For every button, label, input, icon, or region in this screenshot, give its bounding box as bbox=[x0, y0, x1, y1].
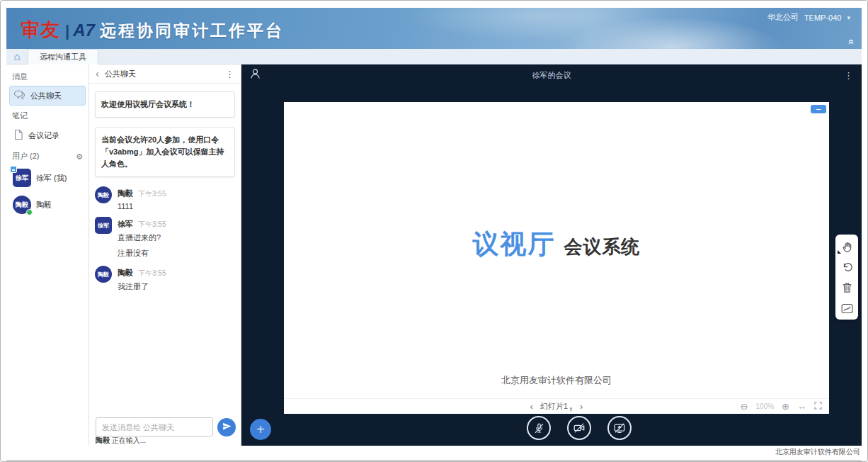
call-controls bbox=[527, 416, 632, 440]
avatar: 陶毅 bbox=[95, 266, 112, 283]
hand-tool-icon[interactable] bbox=[840, 240, 854, 254]
chat-more-icon[interactable]: ⋮ bbox=[225, 69, 234, 79]
chat-input-row bbox=[96, 417, 236, 436]
chevron-down-icon: ▾ bbox=[847, 14, 850, 21]
main-body: 消息 公共聊天 笔记 会议记录 bbox=[6, 64, 862, 446]
message-time: 下午3:55 bbox=[138, 190, 166, 198]
avatar: 徐军 bbox=[95, 217, 112, 234]
online-status-icon bbox=[26, 209, 33, 215]
message-time: 下午3:55 bbox=[138, 220, 166, 228]
slide-selector[interactable]: 幻灯片1▲▼ bbox=[540, 401, 573, 412]
messages-section-label: 消息 bbox=[6, 67, 88, 85]
message-author: 徐军 bbox=[118, 220, 133, 228]
avatar: 徐军 bbox=[13, 169, 31, 187]
footer-company: 北京用友审计软件有限公司 bbox=[775, 448, 860, 456]
avatar: 陶毅 bbox=[13, 196, 31, 214]
sidebar: 消息 公共聊天 笔记 会议记录 bbox=[6, 64, 89, 446]
zoom-level: 100% bbox=[756, 402, 775, 410]
message-author: 陶毅 bbox=[118, 269, 133, 277]
user-name: 陶毅 bbox=[36, 200, 52, 210]
message-text: 我注册了 bbox=[118, 281, 166, 292]
user-row-participant[interactable]: 陶毅 陶毅 bbox=[9, 194, 86, 215]
chat-message: 陶毅 陶毅下午3:55 我注册了 bbox=[95, 266, 235, 292]
sidebar-item-public-chat[interactable]: 公共聊天 bbox=[9, 86, 86, 106]
message-text: 注册没有 bbox=[118, 248, 235, 259]
typing-indicator: 陶毅 正在输入... bbox=[96, 436, 146, 446]
chat-header: ‹ 公共聊天 ⋮ bbox=[89, 64, 241, 84]
screen-share-off-button[interactable] bbox=[607, 416, 632, 440]
users-section-label: 用户 (2) ⚙ bbox=[6, 147, 88, 164]
zoom-in-icon[interactable]: ⊕ bbox=[782, 401, 789, 412]
microphone-muted-button[interactable] bbox=[527, 416, 551, 440]
send-button[interactable] bbox=[217, 418, 236, 436]
document-icon bbox=[13, 129, 23, 142]
user-name: 徐军 (我) bbox=[36, 173, 67, 184]
product-brand-suffix: 会议系统 bbox=[564, 236, 641, 257]
system-message: 欢迎使用议视厅会议系统！ bbox=[95, 91, 235, 118]
gear-icon[interactable]: ⚙ bbox=[76, 153, 83, 160]
whiteboard-toolbar bbox=[835, 235, 858, 320]
product-brand: 议视厅 bbox=[473, 230, 556, 259]
message-author: 陶毅 bbox=[118, 189, 133, 198]
org-name: 华北公司 bbox=[767, 12, 799, 23]
sidebar-item-meeting-notes[interactable]: 会议记录 bbox=[9, 125, 86, 146]
tool-expand-marker bbox=[838, 250, 841, 254]
chat-message: 陶毅 陶毅下午3:55 1111 bbox=[95, 186, 235, 210]
message-time: 下午3:55 bbox=[138, 269, 166, 277]
chat-title: 公共聊天 bbox=[105, 69, 136, 79]
slide-heading: 议视厅会议系统 bbox=[284, 227, 829, 262]
slide-spinner-icon[interactable]: ▲▼ bbox=[569, 406, 573, 412]
account-name: TEMP-040 bbox=[804, 13, 842, 22]
chat-message-list[interactable]: 欢迎使用议视厅会议系统！ 当前会议允许20人参加，使用口令「v3abmg」加入会… bbox=[89, 84, 241, 412]
chat-message: 徐军 徐军下午3:55 直播进来的? bbox=[95, 217, 235, 243]
fit-width-icon[interactable]: ↔ bbox=[797, 401, 806, 412]
avatar: 陶毅 bbox=[95, 186, 112, 203]
meeting-top-bar: 徐军的会议 ⋮ bbox=[241, 64, 862, 86]
fullscreen-icon[interactable] bbox=[814, 401, 822, 412]
system-message: 当前会议允许20人参加，使用口令「v3abmg」加入会议可以保留主持人角色。 bbox=[95, 127, 235, 177]
app-logo: 审友 | A7 bbox=[21, 17, 95, 43]
slide-footer-bar: ‹ 幻灯片1▲▼ › ⊖ 100% ⊕ ↔ bbox=[284, 398, 829, 414]
user-row-host[interactable]: 徐军 徐军 (我) bbox=[9, 167, 86, 188]
chat-panel: ‹ 公共聊天 ⋮ 欢迎使用议视厅会议系统！ 当前会议允许20人参加，使用口令「v… bbox=[89, 64, 241, 446]
logo-separator: | bbox=[65, 22, 69, 40]
collapse-header-button[interactable]: « bbox=[846, 39, 857, 45]
trash-icon[interactable] bbox=[840, 281, 854, 295]
message-text: 直播进来的? bbox=[118, 232, 166, 243]
next-slide-icon[interactable]: › bbox=[580, 401, 583, 412]
app-header: 审友 | A7 远程协同审计工作平台 华北公司 TEMP-040 ▾ « bbox=[6, 8, 862, 49]
notes-section-label: 笔记 bbox=[6, 106, 88, 124]
zoom-controls: ⊖ 100% ⊕ ↔ bbox=[741, 401, 829, 412]
message-text: 1111 bbox=[118, 202, 166, 210]
paper-plane-icon bbox=[222, 422, 232, 433]
presentation-slide: – 议视厅会议系统 北京用友审计软件有限公司 ‹ 幻灯片1▲▼ › ⊖ bbox=[284, 102, 829, 414]
account-menu[interactable]: 华北公司 TEMP-040 ▾ bbox=[767, 12, 850, 23]
logo-brand: 审友 bbox=[21, 17, 60, 43]
camera-off-button[interactable] bbox=[567, 416, 591, 440]
minimize-slide-button[interactable]: – bbox=[811, 105, 826, 113]
logo-product: A7 bbox=[73, 21, 95, 40]
meeting-more-icon[interactable]: ⋮ bbox=[844, 70, 853, 81]
page-footer: 北京用友审计软件有限公司 bbox=[6, 446, 862, 461]
meeting-area: 徐军的会议 ⋮ – 议视厅会议系统 北京用友审计软件有限公司 ‹ 幻灯片1▲▼ … bbox=[241, 64, 862, 446]
sidebar-item-label: 会议记录 bbox=[28, 130, 59, 141]
home-icon[interactable]: ⌂ bbox=[6, 50, 28, 64]
meeting-title: 徐军的会议 bbox=[241, 70, 862, 81]
line-draw-icon[interactable] bbox=[840, 301, 854, 315]
sidebar-item-label: 公共聊天 bbox=[30, 91, 62, 101]
app-window: 审友 | A7 远程协同审计工作平台 华北公司 TEMP-040 ▾ « ⌂ 远… bbox=[0, 0, 868, 462]
undo-icon[interactable] bbox=[840, 260, 854, 274]
previous-slide-icon[interactable]: ‹ bbox=[530, 401, 533, 412]
slide-company-name: 北京用友审计软件有限公司 bbox=[284, 374, 829, 387]
host-badge-icon bbox=[10, 166, 17, 173]
chat-bubbles-icon bbox=[13, 90, 25, 101]
tab-bar: ⌂ 远程沟通工具 bbox=[6, 49, 862, 64]
chat-message-input[interactable] bbox=[96, 417, 213, 436]
back-icon[interactable]: ‹ bbox=[96, 69, 99, 79]
zoom-out-icon[interactable]: ⊖ bbox=[741, 401, 748, 412]
app-title: 远程协同审计工作平台 bbox=[100, 20, 284, 42]
add-content-button[interactable]: + bbox=[250, 419, 271, 440]
tab-remote-communication[interactable]: 远程沟通工具 bbox=[28, 49, 98, 64]
